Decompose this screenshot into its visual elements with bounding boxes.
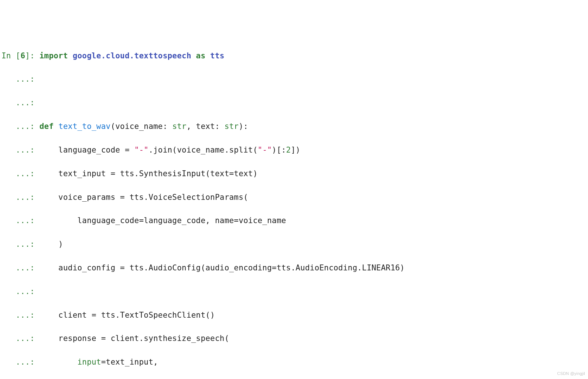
code-line-13: ...: response = client.synthesize_speech… xyxy=(1,333,587,345)
code-text: text_input = tts.SynthesisInput(text=tex… xyxy=(40,169,258,178)
code-line-10: ...: audio_config = tts.AudioConfig(audi… xyxy=(1,262,587,274)
code-line-14: ...: input=text_input, xyxy=(1,356,587,368)
prompt-in: In [ xyxy=(1,51,20,60)
prompt-continuation: ...: xyxy=(1,240,40,249)
code-line-blank: ...: xyxy=(1,74,587,85)
watermark-text: CSDN @yingjil xyxy=(557,371,585,376)
prompt-continuation: ...: xyxy=(1,334,40,343)
string-literal: "-" xyxy=(134,146,149,154)
space xyxy=(54,122,58,131)
code-text: language_code = xyxy=(40,146,134,154)
prompt-continuation: ...: xyxy=(1,311,40,320)
code-line-1: In [6]: import google.cloud.texttospeech… xyxy=(1,50,587,62)
code-line-9: ...: ) xyxy=(1,239,587,250)
prompt-continuation: ...: xyxy=(1,146,40,154)
code-text: =text_input, xyxy=(101,358,158,366)
prompt-number: 6 xyxy=(20,51,25,60)
code-text: )[: xyxy=(272,146,286,154)
keyword-as: as xyxy=(196,51,206,60)
prompt-continuation: ...: xyxy=(1,75,40,83)
space xyxy=(68,51,73,60)
code-line-8: ...: language_code=language_code, name=v… xyxy=(1,215,587,227)
code-text: voice_params = tts.VoiceSelectionParams( xyxy=(40,193,248,202)
code-text: language_code=language_code, name=voice_… xyxy=(40,216,286,225)
code-text: ]) xyxy=(291,146,300,154)
code-text xyxy=(40,358,78,366)
code-line-7: ...: voice_params = tts.VoiceSelectionPa… xyxy=(1,192,587,204)
string-literal: "-" xyxy=(258,146,272,154)
keyword-import: import xyxy=(40,51,68,60)
prompt-continuation: ...: xyxy=(1,358,40,366)
prompt-continuation: ...: xyxy=(1,122,40,131)
type-annotation: str xyxy=(225,122,239,131)
code-line-6: ...: text_input = tts.SynthesisInput(tex… xyxy=(1,168,587,180)
prompt-continuation: ...: xyxy=(1,263,40,272)
keyword-def: def xyxy=(40,122,54,131)
signature-close: ): xyxy=(239,122,248,131)
prompt-continuation: ...: xyxy=(1,193,40,202)
prompt-continuation: ...: xyxy=(1,98,40,107)
code-line-blank: ...: xyxy=(1,286,587,298)
prompt-continuation: ...: xyxy=(1,216,40,225)
space xyxy=(191,51,196,60)
signature-open: (voice_name: xyxy=(110,122,172,131)
code-text: client = tts.TextToSpeechClient() xyxy=(40,311,215,320)
code-line-blank: ...: xyxy=(1,97,587,109)
type-annotation: str xyxy=(172,122,187,131)
alias-name: tts xyxy=(210,51,225,60)
code-text: ) xyxy=(40,240,63,249)
prompt-continuation: ...: xyxy=(1,287,40,296)
prompt-close: ]: xyxy=(25,51,40,60)
code-text: .join(voice_name.split( xyxy=(148,146,257,154)
builtin-input: input xyxy=(78,358,101,366)
code-line-12: ...: client = tts.TextToSpeechClient() xyxy=(1,310,587,321)
function-name: text_to_wav xyxy=(58,122,110,131)
signature-mid: , text: xyxy=(187,122,225,131)
number-literal: 2 xyxy=(286,146,291,154)
watermark: CSDN @yingjil xyxy=(557,371,585,377)
prompt-continuation: ...: xyxy=(1,169,40,178)
space xyxy=(205,51,210,60)
code-line-def: ...: def text_to_wav(voice_name: str, te… xyxy=(1,121,587,133)
code-line-5: ...: language_code = "-".join(voice_name… xyxy=(1,144,587,156)
code-text: audio_config = tts.AudioConfig(audio_enc… xyxy=(40,263,405,272)
module-name: google.cloud.texttospeech xyxy=(73,51,191,60)
code-text: response = client.synthesize_speech( xyxy=(40,334,229,343)
